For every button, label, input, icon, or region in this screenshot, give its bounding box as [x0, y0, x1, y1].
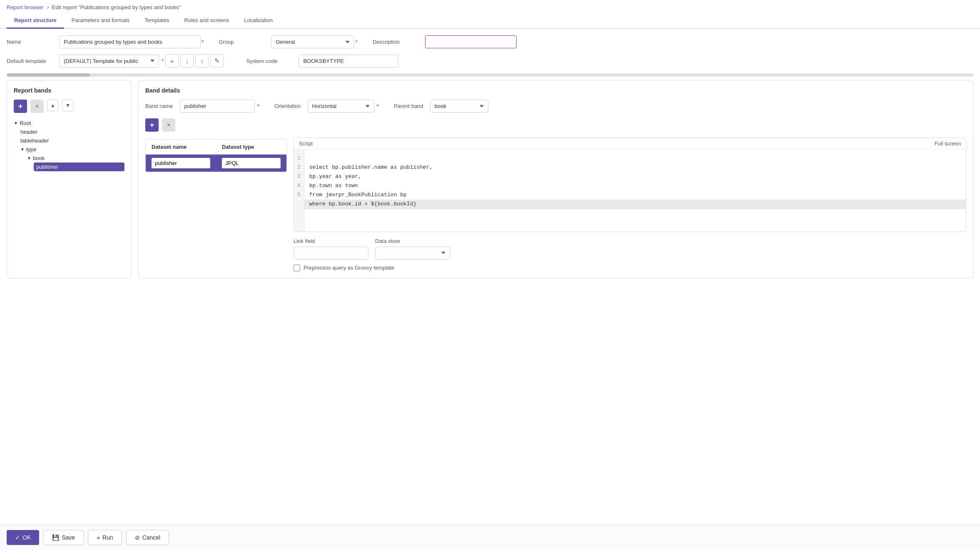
line-num-5: 5 [297, 190, 301, 200]
dataset-remove-button[interactable]: × [162, 118, 175, 132]
preprocess-label: Preprocess query as Groovy template [303, 265, 394, 271]
tab-parameters-formats[interactable]: Parameters and formats [64, 13, 137, 29]
tree-label-type: type [26, 146, 37, 152]
script-line-2: bp.year as year, [309, 173, 361, 180]
parent-band-select[interactable]: book Root type [430, 100, 488, 112]
system-code-label: System code [246, 58, 292, 64]
bands-toolbar: + × ▲ ▼ [14, 100, 124, 113]
col-dataset-type: Dataset type [216, 140, 286, 155]
name-input[interactable] [59, 35, 201, 48]
bands-panel-title: Report bands [14, 87, 124, 94]
breadcrumb-link[interactable]: Report browser [7, 4, 44, 10]
line-num-2: 2 [297, 163, 301, 172]
report-bands-panel: Report bands + × ▲ ▼ ▼ Root header [7, 80, 132, 278]
band-name-required: * [257, 103, 259, 110]
details-panel-title: Band details [145, 87, 966, 94]
tree-arrow-type: ▼ [20, 147, 25, 152]
orientation-select[interactable]: Horizontal Vertical [308, 100, 374, 112]
template-edit-button[interactable]: ✎ [210, 54, 224, 68]
dataset-type-select[interactable]: JPQL SQL Groovy [222, 158, 281, 168]
template-required: * [162, 58, 164, 64]
description-label: Description [373, 39, 418, 45]
script-body: 1 2 3 4 5 select bp.publisher.name as pu… [294, 150, 966, 232]
bands-add-button[interactable]: + [14, 100, 27, 113]
breadcrumb-current: Edit report "Publications grouped by typ… [52, 4, 181, 10]
tree-item-header[interactable]: header [20, 128, 124, 136]
tab-localization[interactable]: Localization [236, 13, 280, 29]
line-num-1: 1 [297, 154, 301, 163]
group-required: * [355, 39, 357, 45]
tab-report-structure[interactable]: Report structure [7, 13, 64, 29]
dataset-name-input[interactable] [152, 158, 210, 168]
bands-remove-button[interactable]: × [30, 100, 44, 113]
script-area: Script Full screen 1 2 3 4 5 select [294, 138, 966, 232]
breadcrumb-separator: > [46, 4, 50, 10]
script-line-3: bp.town as town [309, 182, 358, 189]
preprocess-row: Preprocess query as Groovy template [294, 265, 966, 271]
tab-roles-screens[interactable]: Roles and screens [177, 13, 237, 29]
form-row-2: Default template (DEFAULT) Template for … [7, 54, 973, 68]
template-upload-button[interactable]: ↑ [195, 54, 209, 68]
tree-item-tableheader[interactable]: tableheader [20, 136, 124, 145]
script-content[interactable]: select bp.publisher.name as publisher, b… [304, 150, 966, 232]
dataset-table: Dataset name Dataset type JPQL SQL [145, 139, 287, 172]
script-line-1: select bp.publisher.name as publisher, [309, 164, 433, 170]
bands-up-button[interactable]: ▲ [47, 100, 59, 111]
dataset-toolbar: + × [145, 118, 966, 132]
group-label: Group [219, 39, 264, 45]
panels-container: Report bands + × ▲ ▼ ▼ Root header [7, 80, 973, 278]
fullscreen-link[interactable]: Full screen [934, 140, 961, 147]
dataset-name-cell [146, 155, 216, 172]
script-line-5: where bp.book.id = ${book.bookId} [304, 200, 966, 209]
breadcrumb: Report browser > Edit report "Publicatio… [0, 0, 980, 13]
tab-templates[interactable]: Templates [137, 13, 177, 29]
tree-label-header: header [20, 129, 37, 135]
dataset-table-row: JPQL SQL Groovy [146, 155, 286, 172]
preprocess-checkbox[interactable] [294, 265, 300, 271]
template-add-button[interactable]: + [165, 54, 179, 68]
bands-down-button[interactable]: ▼ [62, 100, 74, 111]
tree-arrow-book: ▼ [27, 156, 31, 160]
dataset-add-button[interactable]: + [145, 118, 159, 132]
horizontal-scrollbar[interactable] [7, 73, 973, 77]
extra-fields: Link field Data store [294, 238, 966, 260]
details-form-row-1: Band name * Orientation Horizontal Verti… [145, 100, 966, 112]
band-details-panel: Band details Band name * Orientation Hor… [138, 80, 973, 278]
script-header: Script Full screen [294, 138, 966, 150]
line-num-4: 4 [297, 181, 301, 190]
data-store-select[interactable] [375, 247, 450, 260]
link-field-group: Link field [294, 238, 368, 260]
line-numbers: 1 2 3 4 5 [294, 150, 304, 232]
group-select[interactable]: General [271, 35, 354, 48]
main-content: Name * Group General * Description Defau… [0, 29, 980, 285]
dataset-table-header: Dataset name Dataset type [146, 140, 286, 155]
line-num-3: 3 [297, 172, 301, 181]
tree-label-tableheader: tableheader [20, 138, 49, 144]
default-template-label: Default template [7, 58, 52, 64]
orientation-required: * [377, 103, 379, 110]
script-line-4: from jmxrpr_BookPublication bp [309, 192, 407, 198]
link-field-label: Link field [294, 238, 368, 244]
tree-item-publisher[interactable]: publisher [34, 162, 124, 171]
band-name-input[interactable] [180, 100, 255, 112]
tree-item-root[interactable]: ▼ Root [14, 119, 124, 128]
tab-bar: Report structure Parameters and formats … [0, 13, 980, 29]
system-code-input[interactable] [298, 55, 398, 68]
dataset-type-cell: JPQL SQL Groovy [216, 155, 286, 172]
name-label: Name [7, 39, 52, 45]
tree-label-book: book [33, 155, 45, 161]
bands-tree: ▼ Root header tableheader ▼ type [14, 119, 124, 171]
data-store-label: Data store [375, 238, 450, 244]
template-download-button[interactable]: ↓ [180, 54, 194, 68]
tree-label-root: Root [20, 120, 31, 126]
data-store-group: Data store [375, 238, 450, 260]
tree-item-book[interactable]: ▼ book [27, 154, 124, 162]
col-dataset-name: Dataset name [146, 140, 216, 155]
link-field-input[interactable] [294, 247, 368, 260]
description-input[interactable] [425, 35, 517, 48]
band-name-label: Band name [145, 103, 173, 109]
tree-item-type[interactable]: ▼ type [20, 145, 124, 154]
tree-label-publisher: publisher [36, 164, 58, 170]
default-template-select[interactable]: (DEFAULT) Template for public [59, 55, 159, 68]
dataset-section: Dataset name Dataset type JPQL SQL [145, 136, 287, 172]
